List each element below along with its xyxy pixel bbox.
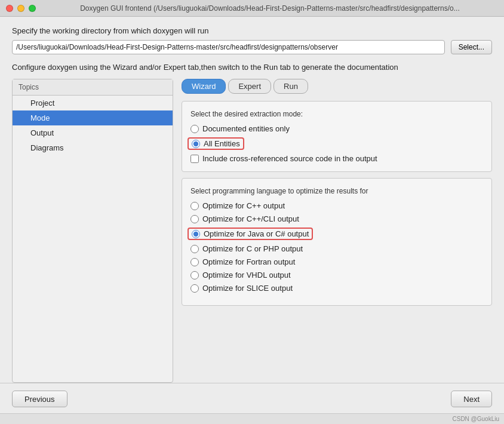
minimize-button[interactable] [17,5,24,12]
radio-c-php-label: Optimize for C or PHP output [202,244,303,253]
language-panel: Select programming language to optimize … [182,178,492,306]
window-title: Doxygen GUI frontend (/Users/liuguokai/D… [42,4,498,13]
sidebar-item-mode[interactable]: Mode [13,110,173,125]
radio-documented-label: Documented entities only [202,124,290,133]
radio-documented: Documented entities only [190,124,483,133]
radio-cpp-label: Optimize for C++ output [202,201,285,210]
radio-cppcli-label: Optimize for C++/CLI output [202,214,299,223]
main-content: Specify the working directory from which… [0,17,504,383]
radio-java-csharp-label: Optimize for Java or C# output [204,229,309,238]
tab-expert[interactable]: Expert [228,79,271,94]
maximize-button[interactable] [29,5,36,12]
tab-bar: Wizard Expert Run [182,79,492,94]
path-row: Select... [12,40,492,54]
radio-c-php-input[interactable] [190,245,199,253]
radio-fortran-label: Optimize for Fortran output [202,257,295,266]
next-button[interactable]: Next [451,391,492,407]
working-dir-label: Specify the working directory from which… [12,26,492,35]
radio-fortran: Optimize for Fortran output [190,257,483,266]
radio-slice-label: Optimize for SLICE output [202,284,293,293]
close-button[interactable] [6,5,13,12]
radio-slice-input[interactable] [190,284,199,293]
checkbox-cross-ref-label: Include cross-referenced source code in … [202,154,377,163]
radio-slice: Optimize for SLICE output [190,284,483,293]
radio-all-entities-label: All Entities [204,139,240,148]
radio-cpp-input[interactable] [190,202,199,210]
watermark: CSDN @GuokLiu [0,413,504,424]
wizard-area: Topics Project Mode Output Diagrams Wiza… [12,79,492,383]
radio-java-csharp: Optimize for Java or C# output [190,228,483,240]
radio-c-php: Optimize for C or PHP output [190,244,483,253]
radio-vhdl-label: Optimize for VHDL output [202,271,291,279]
working-dir-input[interactable] [12,40,445,54]
sidebar-item-output[interactable]: Output [13,125,173,140]
checkbox-cross-ref: Include cross-referenced source code in … [190,154,483,163]
radio-vhdl-input[interactable] [190,271,199,279]
tab-wizard[interactable]: Wizard [182,79,226,94]
radio-vhdl: Optimize for VHDL output [190,271,483,279]
language-panel-title: Select programming language to optimize … [190,187,483,195]
radio-all-entities-input[interactable] [192,140,200,148]
extraction-panel: Select the desired extraction mode: Docu… [182,101,492,172]
radio-java-csharp-input[interactable] [192,230,200,238]
titlebar-buttons [6,5,36,12]
sidebar-header: Topics [13,79,173,96]
radio-cppcli-input[interactable] [190,215,199,223]
titlebar: Doxygen GUI frontend (/Users/liuguokai/D… [0,0,504,17]
tab-run[interactable]: Run [273,79,308,94]
checkbox-cross-ref-input[interactable] [190,155,199,163]
previous-button[interactable]: Previous [12,391,67,407]
sidebar-item-diagrams[interactable]: Diagrams [13,140,173,155]
radio-documented-input[interactable] [190,125,199,133]
sidebar: Topics Project Mode Output Diagrams [12,79,173,383]
extraction-panel-title: Select the desired extraction mode: [190,110,483,118]
select-button[interactable]: Select... [451,40,492,54]
radio-all-entities: All Entities [190,137,483,150]
bottom-bar: Previous Next [0,383,504,413]
radio-cppcli: Optimize for C++/CLI output [190,214,483,223]
configure-label: Configure doxygen using the Wizard and/o… [12,63,492,72]
radio-fortran-input[interactable] [190,258,199,266]
radio-cpp: Optimize for C++ output [190,201,483,210]
right-panel: Wizard Expert Run Select the desired ext… [182,79,492,383]
radio-java-csharp-highlight: Optimize for Java or C# output [188,228,313,240]
radio-all-entities-highlight: All Entities [188,137,244,150]
sidebar-item-project[interactable]: Project [13,96,173,110]
